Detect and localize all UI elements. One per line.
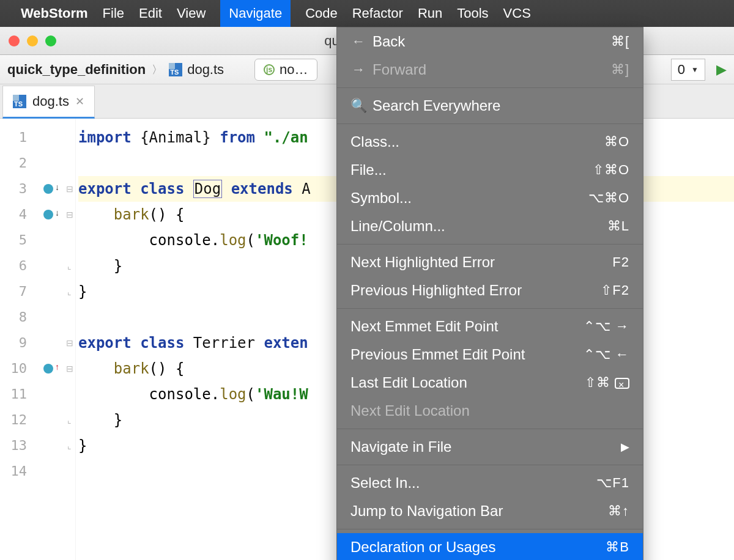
menu-prev-error[interactable]: Previous Highlighted Error⇧F2 bbox=[337, 276, 643, 304]
code-token bbox=[78, 206, 114, 223]
menu-last-edit[interactable]: Last Edit Location⇧⌘ bbox=[337, 369, 643, 397]
arrow-left-icon: ← bbox=[350, 32, 366, 51]
menu-shortcut: ⌘] bbox=[611, 61, 629, 79]
caret-selection: Dog bbox=[193, 180, 222, 198]
menu-label: File... bbox=[350, 161, 387, 179]
menu-declaration[interactable]: Declaration or Usages⌘B bbox=[337, 533, 643, 560]
fold-end-icon: ⌞ bbox=[64, 407, 75, 433]
node-interpreter-pill[interactable]: js no… bbox=[254, 59, 317, 81]
code-token: export class bbox=[78, 180, 193, 197]
code-token: () { bbox=[149, 206, 185, 223]
menu-line[interactable]: Line/Column...⌘L bbox=[337, 212, 643, 240]
menu-class[interactable]: Class...⌘O bbox=[337, 128, 643, 156]
menu-separator bbox=[337, 429, 643, 429]
delete-key-icon bbox=[615, 378, 629, 389]
run-icon[interactable]: ▶ bbox=[716, 62, 727, 78]
code-token: 'Woof! bbox=[255, 232, 308, 249]
menubar-vcs[interactable]: VCS bbox=[503, 6, 531, 21]
menu-label: Declaration or Usages bbox=[350, 538, 495, 556]
fold-toggle-icon[interactable]: ⊟ bbox=[64, 176, 75, 202]
code-token: import bbox=[78, 129, 140, 146]
menu-file[interactable]: File...⇧⌘O bbox=[337, 156, 643, 184]
menu-shortcut: ⌘↑ bbox=[608, 502, 629, 520]
line-number: 5 bbox=[0, 227, 27, 253]
override-up-icon[interactable] bbox=[43, 364, 53, 374]
breadcrumb-file[interactable]: TS dog.ts bbox=[169, 62, 224, 78]
dropdown-triangle-icon: ▼ bbox=[691, 65, 699, 74]
menu-separator bbox=[337, 529, 643, 529]
code-token: bark bbox=[114, 360, 149, 377]
code-token: () { bbox=[149, 360, 185, 377]
menu-back[interactable]: ←Back ⌘[ bbox=[337, 28, 643, 56]
menu-next-emmet[interactable]: Next Emmet Edit Point⌃⌥ → bbox=[337, 312, 643, 341]
typescript-file-icon: TS bbox=[169, 63, 182, 76]
node-pill-label: no… bbox=[280, 62, 308, 78]
menu-label: Class... bbox=[350, 133, 399, 151]
menu-shortcut: ⌃⌥ ← bbox=[584, 345, 629, 364]
menu-label: Back bbox=[373, 32, 405, 51]
code-token bbox=[78, 360, 114, 377]
menu-forward: →Forward ⌘] bbox=[337, 56, 643, 84]
fold-end-icon: ⌞ bbox=[64, 253, 75, 279]
menu-label: Next Emmet Edit Point bbox=[350, 317, 498, 336]
menu-label: Navigate in File bbox=[350, 438, 451, 456]
menu-symbol[interactable]: Symbol...⌥⌘O bbox=[337, 184, 643, 212]
menubar-run[interactable]: Run bbox=[418, 6, 442, 21]
menubar-file[interactable]: File bbox=[103, 6, 124, 21]
search-icon: 🔍 bbox=[350, 97, 366, 115]
code-token: export class bbox=[78, 334, 193, 352]
menu-next-error[interactable]: Next Highlighted ErrorF2 bbox=[337, 248, 643, 276]
line-number: 3 bbox=[0, 176, 27, 202]
menu-shortcut: ⌃⌥ → bbox=[584, 317, 629, 336]
fold-toggle-icon[interactable]: ⊟ bbox=[64, 356, 75, 381]
menu-search-everywhere[interactable]: 🔍Search Everywhere bbox=[337, 92, 643, 120]
menubar-code[interactable]: Code bbox=[305, 6, 338, 21]
line-number-gutter: 1 2 3 4 5 6 7 8 9 10 11 12 13 14 bbox=[0, 119, 33, 560]
editor-tab-dog[interactable]: TS dog.ts ✕ bbox=[2, 86, 95, 119]
chevron-right-icon: 〉 bbox=[152, 62, 163, 77]
code-token: extends bbox=[222, 180, 302, 197]
menu-shortcut: ⌥⌘O bbox=[588, 189, 629, 207]
line-number: 8 bbox=[0, 304, 27, 330]
menu-label: Last Edit Location bbox=[350, 374, 467, 392]
menu-jump-nav-bar[interactable]: Jump to Navigation Bar⌘↑ bbox=[337, 497, 643, 525]
code-token: log bbox=[220, 386, 246, 403]
line-number: 9 bbox=[0, 330, 27, 356]
code-token: ( bbox=[247, 232, 255, 249]
close-tab-icon[interactable]: ✕ bbox=[75, 95, 84, 108]
override-down-icon[interactable] bbox=[43, 210, 53, 219]
line-number: 11 bbox=[0, 381, 27, 407]
fold-end-icon: ⌞ bbox=[64, 433, 75, 459]
code-token: bark bbox=[114, 206, 149, 223]
close-window-icon[interactable] bbox=[9, 35, 20, 46]
menubar-refactor[interactable]: Refactor bbox=[352, 6, 403, 21]
menu-label: Select In... bbox=[350, 474, 420, 492]
menubar-view[interactable]: View bbox=[177, 6, 206, 21]
zoom-window-icon[interactable] bbox=[45, 35, 56, 46]
menubar-navigate[interactable]: Navigate bbox=[220, 0, 291, 27]
menu-navigate-in-file[interactable]: Navigate in File▶ bbox=[337, 433, 643, 461]
navigate-menu-dropdown: ←Back ⌘[ →Forward ⌘] 🔍Search Everywhere … bbox=[336, 27, 643, 560]
minimize-window-icon[interactable] bbox=[27, 35, 38, 46]
menubar-edit[interactable]: Edit bbox=[139, 6, 162, 21]
menu-select-in[interactable]: Select In...⌥F1 bbox=[337, 469, 643, 497]
fold-toggle-icon[interactable]: ⊟ bbox=[64, 330, 75, 356]
menu-shortcut: ⌥F1 bbox=[596, 474, 629, 492]
run-config-select[interactable]: 0 ▼ bbox=[671, 59, 705, 81]
code-token: log bbox=[220, 232, 246, 249]
menu-prev-emmet[interactable]: Previous Emmet Edit Point⌃⌥ ← bbox=[337, 341, 643, 369]
menu-label: Previous Highlighted Error bbox=[350, 281, 522, 300]
code-token: exten bbox=[264, 334, 308, 352]
menubar-tools[interactable]: Tools bbox=[457, 6, 488, 21]
fold-toggle-icon[interactable]: ⊟ bbox=[64, 202, 75, 227]
code-token: A bbox=[302, 180, 310, 197]
submenu-arrow-icon: ▶ bbox=[621, 438, 629, 456]
line-number: 6 bbox=[0, 253, 27, 279]
breadcrumb-project[interactable]: quick_type_definition bbox=[7, 62, 146, 78]
menu-separator bbox=[337, 308, 643, 309]
menubar-app-name[interactable]: WebStorm bbox=[21, 6, 88, 21]
nodejs-icon: js bbox=[264, 64, 275, 75]
menu-label: Previous Emmet Edit Point bbox=[350, 345, 525, 364]
menu-label: Symbol... bbox=[350, 189, 412, 207]
override-down-icon[interactable] bbox=[43, 184, 53, 194]
